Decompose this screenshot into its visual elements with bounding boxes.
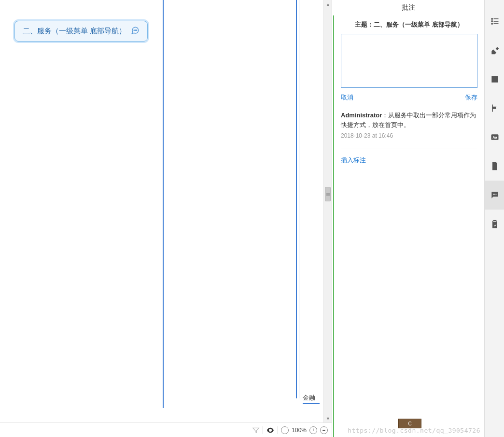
svg-point-1 [135,30,136,30]
svg-rect-4 [491,18,492,19]
vertical-scrollbar[interactable]: ▲ ▼ [323,0,332,423]
note-actions: 取消 保存 [341,93,477,102]
svg-point-0 [134,30,134,30]
document-icon[interactable] [485,152,504,181]
mindmap-node[interactable]: 二、服务（一级菜单 底部导航） [14,21,148,42]
annotation-textarea[interactable] [341,34,477,88]
zoom-in-button[interactable]: + [309,426,317,434]
zoom-out-button[interactable]: − [281,426,289,434]
save-button[interactable]: 保存 [465,93,477,102]
watermark-badge: C [398,419,421,428]
svg-point-10 [492,77,494,78]
connector-line [299,0,299,398]
zoom-level[interactable]: 100% [292,427,307,434]
scrollbar-track[interactable] [324,8,332,414]
filter-icon[interactable] [252,426,260,434]
text-aa-icon[interactable]: Aa [485,123,504,152]
svg-rect-9 [493,23,498,24]
svg-point-3 [270,429,271,431]
svg-rect-7 [493,21,498,22]
tool-sidebar: Aa [485,0,504,437]
svg-point-15 [495,194,496,195]
scroll-down-arrow-icon[interactable]: ▼ [324,414,332,423]
connector-line [296,0,297,398]
status-bar: − 100% + = [0,423,332,437]
comment-author: Administrator [341,112,382,119]
topic-prefix: 主题： [355,21,374,28]
separator [278,426,278,434]
separator [263,426,263,434]
svg-point-2 [137,30,137,30]
annotation-panel: 批注 主题：二、服务（一级菜单 底部导航） 取消 保存 Administrato… [332,0,485,437]
svg-point-13 [493,194,494,195]
svg-rect-6 [491,20,492,22]
insert-annotation-button[interactable]: 插入标注 [341,156,366,164]
panel-title: 批注 [332,0,484,15]
topic-line: 主题：二、服务（一级菜单 底部导航） [341,20,477,29]
svg-rect-8 [491,23,492,24]
existing-comment: Administrator：从服务中取出一部分常用项作为快捷方式，放在首页中。 … [341,111,477,140]
eye-icon[interactable] [266,426,275,435]
comment-icon[interactable] [131,26,140,36]
comments-icon[interactable] [485,181,504,210]
partial-node-label: 金融 [303,394,315,402]
comment-timestamp: 2018-10-23 at 16:46 [341,131,477,140]
partial-node-underline [303,403,320,404]
svg-point-14 [494,194,495,195]
topic-text: 二、服务（一级菜单 底部导航） [374,21,463,28]
image-icon[interactable] [485,65,504,94]
format-icon[interactable] [485,36,504,65]
outline-icon[interactable] [485,7,504,36]
node-label: 二、服务（一级菜单 底部导航） [23,27,126,36]
clipboard-icon[interactable] [485,210,504,239]
scrollbar-thumb[interactable] [325,187,331,201]
connector-line [163,0,164,408]
svg-text:Aa: Aa [492,135,497,140]
flag-icon[interactable] [485,94,504,123]
svg-rect-5 [493,18,498,19]
scroll-up-arrow-icon[interactable]: ▲ [324,0,332,8]
zoom-fit-button[interactable]: = [320,426,328,434]
canvas-inner[interactable]: 二、服务（一级菜单 底部导航） 金融 [0,0,332,423]
divider [341,149,477,149]
canvas-area[interactable]: 二、服务（一级菜单 底部导航） 金融 ▲ ▼ [0,0,332,437]
comment-sep: ： [382,112,388,119]
cancel-button[interactable]: 取消 [341,93,353,102]
panel-body: 主题：二、服务（一级菜单 底部导航） 取消 保存 Administrator：从… [333,15,484,437]
